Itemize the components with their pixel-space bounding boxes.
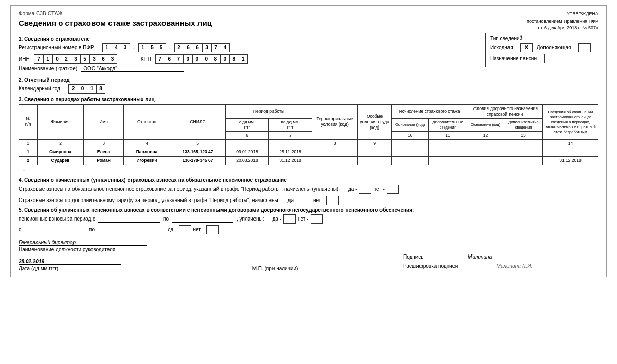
row1-from: 09.01.2018 [226, 148, 269, 156]
section5-line2-prefix: с [19, 227, 21, 232]
row2-dismiss: 31.12.2018 [542, 156, 598, 165]
inn-label: ИНН [19, 56, 30, 62]
row2-lastname: Сударев [38, 156, 84, 165]
signature-block: Генеральный директор Наименование должно… [19, 240, 598, 271]
th-from: с дд.мм.гггг [226, 118, 269, 132]
kpp-label: КПП [141, 56, 151, 62]
inn-cells: 7 1 0 2 3 5 3 6 3 [34, 54, 117, 64]
row2-add2 [504, 156, 543, 165]
section2-title: 2. Отчетный период [19, 77, 598, 83]
row2-from: 20.03.2018 [226, 156, 269, 165]
section5: 5. Сведения об уплаченных пенсионных взн… [19, 207, 598, 234]
original-value: X [520, 43, 533, 52]
stamp-label: М.П. (при наличии) [252, 266, 298, 271]
net-label-5a: нет - [298, 216, 308, 222]
row2-firstname: Роман [84, 156, 124, 165]
row2-base1 [392, 156, 429, 165]
th-base1: Основание (код) [392, 118, 429, 132]
section4-title: 4. Сведения о начисленных (уплаченных) с… [19, 177, 598, 183]
section5-period-to2 [98, 226, 159, 233]
net-label-1a: нет - [373, 186, 384, 192]
section5-line2-middle: по [89, 227, 95, 232]
section5-line1-suffix: , уплачены: [237, 216, 264, 222]
row2-special [358, 156, 392, 165]
row2-num: 2 [19, 156, 38, 165]
sig-right: Подпись Малинина Расшифровка подписи Мал… [403, 254, 598, 271]
col-num-4: 4 [124, 140, 170, 148]
table-row: 2 Сударев Роман Игоревич 136-178-345 67 … [19, 156, 598, 165]
row1-lastname: Смирнова [38, 148, 84, 156]
da-box-5b [179, 225, 191, 234]
col-num-12b [467, 140, 504, 148]
th-early: Условия досрочного назначения страховой … [467, 104, 543, 118]
th-base2: Основание (код) [467, 118, 504, 132]
section5-period-from [98, 215, 160, 223]
section3-title: 3. Сведения о периодах работы застрахова… [19, 97, 598, 102]
sig-left: Генеральный директор Наименование должно… [19, 240, 147, 271]
section5-line1-prefix: пенсионные взносы за период с [19, 216, 95, 222]
reg-label: Регистрационный номер в ПФР [19, 45, 94, 50]
pension-value [544, 54, 556, 63]
work-periods-table: №п/п Фамилия Имя Отчество СНИЛС Период р… [19, 104, 598, 174]
decode-value: Малинина Л.И. [463, 263, 566, 269]
da-box-1b [299, 196, 311, 205]
row1-add2 [504, 148, 543, 156]
da-net-1a: да - нет - [348, 185, 399, 194]
col-num-10b [392, 140, 429, 148]
table-row: 1 Смирнова Елена Павловна 133-165-123 47… [19, 148, 598, 156]
decode-label: Расшифровка подписи [403, 263, 458, 269]
da-net-1b: да - нет - [288, 196, 339, 205]
col-num-1: 1 [19, 140, 38, 148]
col-num-9: 9 [358, 140, 392, 148]
col-num-11: 11 [429, 132, 467, 140]
section1-title: 1. Сведения о страхователе [19, 36, 485, 42]
col-num-5: 5 [170, 140, 226, 148]
row1-add1 [429, 148, 467, 156]
col-num-2: 2 [38, 140, 84, 148]
col-num-8: 8 [312, 140, 358, 148]
section5-line1-middle: по [163, 216, 169, 222]
sign-label: Подпись [403, 254, 424, 260]
net-box-1b [326, 196, 339, 205]
reg-part3: 2 6 6 3 7 4 [174, 43, 230, 52]
th-add1: Дополнительные сведения [429, 118, 467, 132]
col-num-7: 7 [269, 132, 312, 140]
da-net-5a: да - нет - [272, 214, 323, 224]
row2-terr [312, 156, 358, 165]
year-cells: 2 0 1 8 [68, 84, 105, 94]
col-num-13: 13 [504, 132, 543, 140]
da-net-5b: да - нет - [168, 225, 219, 234]
reg-part2: 1 5 5 [138, 43, 166, 52]
net-box-1a [387, 185, 399, 194]
approved-line3: от 6 декабря 2018 г. № 507п [527, 25, 598, 32]
date-value: 28.02.2019 [19, 259, 44, 264]
da-label-5b: да - [168, 227, 177, 232]
row1-dismiss [542, 148, 598, 156]
additional-value [578, 43, 591, 52]
row1-terr [312, 148, 358, 156]
sign-value: Малинина [429, 254, 532, 260]
row1-num: 1 [19, 148, 38, 156]
approved-line2: постановлением Правления ПФР [527, 18, 598, 25]
name-label: Наименование (краткое) [19, 66, 77, 71]
th-terr: Территориальные условия (код) [312, 104, 358, 140]
col-num-13b [504, 140, 543, 148]
th-dismiss: Сведения об увольнении застрахованного л… [542, 104, 598, 140]
net-label-1b: нет - [313, 197, 324, 203]
col-num-3: 3 [84, 140, 124, 148]
th-patronymic: Отчество [124, 104, 170, 140]
row1-snils: 133-165-123 47 [170, 148, 226, 156]
net-label-5b: нет - [193, 227, 204, 232]
row2-to: 31.12.2018 [269, 156, 312, 165]
org-name: ООО "Аккорд" [81, 66, 184, 72]
main-title: Сведения о страховом стаже застрахованны… [19, 19, 212, 27]
th-num: №п/п [19, 104, 38, 140]
col-num-14: 14 [542, 140, 598, 148]
col-num-10: 10 [392, 132, 429, 140]
date-label: Дата (дд.мм.гггг) [19, 266, 147, 271]
kpp-cells: 7 6 7 0 0 0 8 0 8 1 [155, 54, 248, 64]
reg-part1: 1 4 3 [102, 43, 130, 52]
section4-line2: Страховые взносы по дополнительному тари… [19, 197, 280, 203]
pension-label: Назначение пенсии - [490, 56, 540, 61]
year-label: Календарный год [19, 86, 60, 92]
